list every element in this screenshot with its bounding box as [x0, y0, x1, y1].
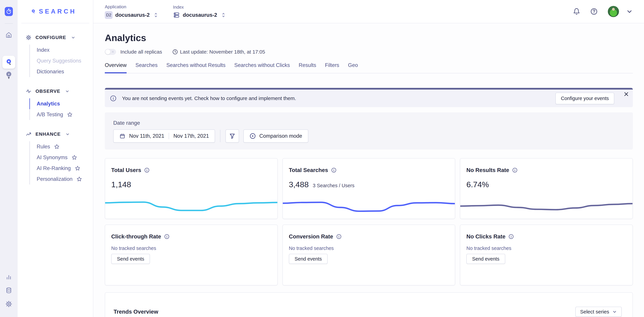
section-configure: CONFIGURE Index Query Suggestions Dictio… [26, 34, 93, 77]
no-tracked-searches-text: No tracked searches [466, 246, 632, 251]
calendar-icon [119, 133, 126, 139]
logo-text: SEARCH [39, 8, 76, 15]
application-value: docusaurus-2 [115, 12, 150, 18]
tab-searches-without-clicks[interactable]: Searches without Clicks [234, 62, 290, 73]
sidebar-item-rules[interactable]: Rules [30, 141, 93, 152]
sidebar-item-analytics[interactable]: Analytics [30, 98, 93, 109]
date-range-picker[interactable]: Nov 11th, 2021 Nov 17th, 2021 [113, 130, 215, 142]
lightbulb-bolt-icon[interactable] [5, 71, 12, 80]
rail-divider [5, 23, 13, 24]
section-header-configure[interactable]: CONFIGURE [26, 34, 93, 40]
filter-button[interactable] [226, 130, 239, 142]
date-start: Nov 11th, 2021 [129, 133, 164, 139]
card-title: Conversion Rate [289, 233, 333, 240]
tab-searches-without-results[interactable]: Searches without Results [166, 62, 226, 73]
sidebar-nav: CONFIGURE Index Query Suggestions Dictio… [18, 23, 93, 184]
close-icon[interactable] [624, 91, 629, 97]
info-icon[interactable] [336, 234, 342, 239]
trends-overview-card: Trends Overview Select series [105, 292, 633, 317]
card-subtitle: 3 Searches / Users [313, 183, 354, 188]
card-value: 3,488 [289, 180, 309, 189]
gear-icon[interactable] [5, 300, 12, 308]
include-replicas-toggle[interactable]: ✕ [105, 49, 116, 55]
account-chevron-icon[interactable] [626, 8, 633, 15]
star-icon[interactable] [72, 155, 77, 160]
home-icon[interactable] [5, 32, 12, 38]
sidebar-item-dictionaries[interactable]: Dictionaries [30, 66, 93, 77]
sidebar-item-query-suggestions[interactable]: Query Suggestions [30, 56, 93, 66]
bell-icon[interactable] [573, 8, 580, 15]
total-searches-card: Total Searches 3,488 3 Searches / Users [282, 158, 455, 219]
total-users-card: Total Users 1,148 [105, 158, 278, 219]
card-value: 6.74% [466, 180, 489, 189]
search-logo[interactable]: SEARCH [21, 0, 89, 23]
product-rail [0, 0, 18, 317]
send-events-button[interactable]: Send events [111, 254, 150, 264]
tab-overview[interactable]: Overview [105, 62, 126, 73]
chevron-down-icon [612, 310, 617, 314]
database-icon[interactable] [5, 287, 12, 294]
info-icon[interactable] [144, 168, 150, 173]
search-product-tile[interactable] [2, 56, 15, 68]
sorter-icon [153, 12, 158, 18]
sidebar-item-ai-re-ranking[interactable]: AI Re-Ranking [30, 163, 93, 174]
section-label: ENHANCE [36, 132, 61, 137]
index-value: docusaurus-2 [183, 12, 217, 18]
sidebar-item-label: A/B Testing [37, 112, 63, 118]
search-logo-icon [31, 8, 36, 14]
no-tracked-searches-text: No tracked searches [289, 246, 455, 251]
info-icon[interactable] [508, 234, 514, 239]
sidebar-item-label: Index [37, 47, 50, 53]
pulse-icon [26, 88, 32, 94]
tab-results[interactable]: Results [299, 62, 316, 73]
topbar: Application D2 docusaurus-2 Index [93, 0, 644, 23]
tab-geo[interactable]: Geo [348, 62, 358, 73]
send-events-button[interactable]: Send events [289, 254, 328, 264]
application-selector[interactable]: Application D2 docusaurus-2 [105, 4, 158, 19]
sidebar-item-ai-synonyms[interactable]: AI Synonyms [30, 152, 93, 163]
section-header-enhance[interactable]: ENHANCE [26, 131, 93, 137]
index-selector[interactable]: Index docusaurus-2 [173, 4, 226, 18]
analytics-content: Analytics ✕ Include all replicas Last up… [93, 23, 644, 317]
comparison-mode-button[interactable]: Comparison mode [244, 130, 308, 142]
sidebar-item-label: Rules [37, 144, 50, 150]
trends-overview-title: Trends Overview [114, 308, 158, 315]
toggle-knob [105, 49, 110, 54]
star-icon[interactable] [76, 176, 82, 182]
tab-bar: Overview Searches Searches without Resul… [105, 62, 633, 73]
info-icon[interactable] [164, 234, 170, 239]
star-icon[interactable] [54, 144, 60, 150]
last-update: Last update: November 18th, at 17:05 [172, 49, 265, 55]
section-header-observe[interactable]: OBSERVE [26, 88, 93, 94]
configure-events-button[interactable]: Configure your events [556, 92, 614, 104]
help-icon[interactable] [590, 8, 598, 15]
sidebar-item-label: Personalization [37, 176, 72, 182]
star-icon[interactable] [67, 112, 72, 117]
date-range-section: Date range Nov 11th, 2021 Nov 17th, 2021 [105, 112, 633, 150]
tab-filters[interactable]: Filters [325, 62, 339, 73]
dashboard-logo-tile[interactable] [5, 7, 13, 16]
tab-searches[interactable]: Searches [136, 62, 158, 73]
comparison-mode-label: Comparison mode [259, 133, 302, 139]
bar-chart-icon[interactable] [6, 274, 12, 280]
sorter-icon [221, 12, 226, 18]
info-icon[interactable] [512, 168, 518, 173]
star-icon[interactable] [75, 166, 80, 171]
sidebar-item-index[interactable]: Index [30, 44, 93, 56]
sidebar-item-personalization[interactable]: Personalization [30, 174, 93, 184]
section-observe: OBSERVE Analytics A/B Testing [26, 88, 93, 120]
sidebar-item-ab-testing[interactable]: A/B Testing [30, 109, 93, 120]
toggle-off-x: ✕ [111, 50, 114, 54]
click-through-rate-card: Click-through Rate No tracked searches S… [105, 224, 278, 286]
sidebar-item-label: AI Synonyms [37, 154, 68, 160]
send-events-button[interactable]: Send events [466, 254, 505, 264]
metric-cards-row-1: Total Users 1,148 Total Searches [105, 158, 633, 219]
avatar[interactable] [608, 6, 619, 17]
select-series-button[interactable]: Select series [575, 307, 622, 317]
sidebar-item-label: Analytics [37, 101, 60, 107]
card-value: 1,148 [111, 180, 131, 189]
info-icon[interactable] [331, 168, 336, 173]
application-label: Application [105, 4, 158, 10]
page-title: Analytics [105, 32, 633, 43]
total-users-sparkline [105, 196, 278, 214]
